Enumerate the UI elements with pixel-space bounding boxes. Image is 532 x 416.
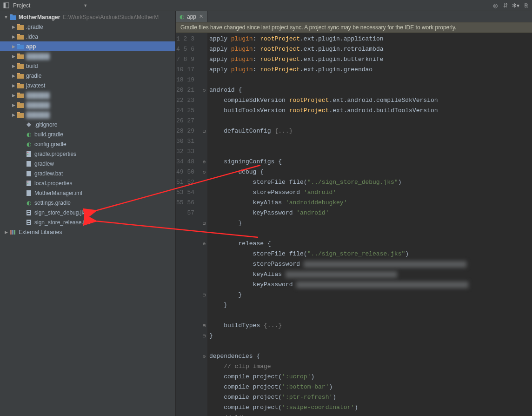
tree-item-gradlew.bat[interactable]: gradlew.bat (0, 168, 175, 178)
project-tree[interactable]: ▼ MotherManager E:\WorkSpace\AndroidStud… (0, 11, 175, 237)
gradle-icon: ◐ (25, 131, 33, 138)
tree-item-blurred4[interactable]: ▶██████ (0, 110, 175, 120)
chevron-right-icon[interactable]: ▶ (10, 103, 17, 107)
tree-item-.gitignore[interactable]: .gitignore (0, 120, 175, 129)
svg-rect-27 (27, 154, 28, 155)
gear-icon[interactable]: ✻▾ (512, 2, 519, 9)
tree-item-config.gradle[interactable]: ◐config.gradle (0, 139, 175, 149)
file-icon (25, 189, 33, 197)
properties-file-icon (25, 180, 33, 187)
locate-icon[interactable]: ◎ (492, 2, 499, 9)
folder-icon (17, 53, 24, 60)
tree-item-blurred2[interactable]: ▶██████ (0, 90, 175, 100)
svg-rect-9 (17, 45, 24, 49)
tree-item-label: sign_store_release.jks (34, 219, 90, 226)
tab-app[interactable]: ◐ app ✕ (176, 11, 207, 22)
svg-marker-24 (27, 122, 31, 127)
tree-item-javatest[interactable]: ▶javatest (0, 81, 175, 90)
jks-file-icon (25, 209, 33, 216)
svg-rect-11 (17, 54, 24, 59)
tree-item-build.gradle[interactable]: ◐build.gradle (0, 129, 175, 139)
external-libraries[interactable]: ▶ External Libraries (0, 227, 175, 237)
tree-item-build[interactable]: ▶build (0, 61, 175, 71)
svg-rect-3 (10, 15, 16, 20)
tab-label: app (187, 13, 196, 20)
file-icon (25, 170, 33, 177)
collapse-all-icon[interactable]: ⇵ (502, 2, 509, 9)
svg-rect-23 (17, 113, 24, 118)
external-libraries-label: External Libraries (19, 229, 62, 235)
chevron-right-icon[interactable]: ▶ (3, 230, 9, 235)
chevron-right-icon[interactable]: ▶ (10, 54, 17, 59)
editor-panel: ◐ app ✕ Gradle files have changed since … (176, 11, 532, 416)
tree-item-label: app (26, 43, 36, 50)
tree-item-gradlew[interactable]: gradlew (0, 159, 175, 168)
tree-item-blurred3[interactable]: ▶██████ (0, 100, 175, 110)
hide-icon[interactable]: ⎘ (523, 2, 529, 9)
tree-item-label: gradlew.bat (34, 170, 63, 177)
svg-rect-40 (10, 230, 12, 235)
chevron-right-icon[interactable]: ▶ (10, 93, 17, 98)
chevron-down-icon[interactable]: ▼ (3, 15, 9, 20)
tree-item-label: MotherManager.iml (34, 190, 82, 196)
chevron-right-icon[interactable]: ▶ (10, 64, 17, 68)
tree-item-gradle[interactable]: ▶gradle (0, 71, 175, 81)
project-root[interactable]: ▼ MotherManager E:\WorkSpace\AndroidStud… (0, 12, 175, 22)
tree-item-label: local.properties (34, 180, 72, 187)
folder-icon (17, 111, 24, 119)
folder-icon (17, 82, 24, 89)
tree-item-.gradle[interactable]: ▶.gradle (0, 22, 175, 32)
chevron-right-icon[interactable]: ▶ (10, 25, 17, 29)
svg-rect-21 (17, 103, 24, 108)
tree-item-label: build (26, 63, 38, 69)
close-icon[interactable]: ✕ (199, 13, 203, 20)
tree-item-label: gradle.properties (34, 151, 76, 157)
tree-item-app[interactable]: ▶app (0, 41, 175, 51)
tree-item-label: ██████ (26, 92, 50, 99)
svg-rect-1 (4, 3, 6, 8)
tree-item-sign_store_release.jks[interactable]: sign_store_release.jks (0, 217, 175, 227)
gradle-sync-banner[interactable]: Gradle files have changed since last pro… (176, 22, 532, 33)
chevron-down-icon[interactable]: ▼ (83, 3, 87, 8)
tree-item-label: ██████ (26, 102, 50, 108)
svg-rect-34 (27, 210, 31, 215)
folder-icon (17, 23, 24, 31)
fold-gutter[interactable]: ⊖⊞⊖⊖⊟⊖⊟⊞⊟⊖ (201, 33, 207, 416)
line-number-gutter: 1 2 3 4 5 6 7 8 9 10 17 18 19 20 21 22 2… (176, 33, 201, 416)
folder-icon (17, 92, 24, 99)
chevron-right-icon[interactable]: ▶ (10, 34, 17, 39)
folder-icon (17, 72, 24, 80)
tree-item-label: config.gradle (34, 141, 66, 148)
project-root-name: MotherManager (19, 14, 60, 20)
chevron-right-icon[interactable]: ▶ (10, 74, 17, 78)
git-file-icon (25, 121, 33, 128)
project-view-icon[interactable] (3, 2, 9, 9)
tree-item-blurred1[interactable]: ▶██████ (0, 51, 175, 61)
project-toolbar: Project ▼ ◎ ⇵ ✻▾ ⎘ (0, 0, 532, 11)
tree-item-label: settings.gradle (34, 200, 71, 206)
svg-rect-19 (17, 94, 24, 98)
tree-item-label: .gradle (26, 24, 43, 30)
svg-rect-33 (27, 190, 31, 196)
chevron-right-icon[interactable]: ▶ (10, 83, 17, 88)
folder-icon (17, 62, 24, 70)
tree-item-settings.gradle[interactable]: ◐settings.gradle (0, 198, 175, 208)
tree-item-sign_store_debug.jks[interactable]: sign_store_debug.jks (0, 208, 175, 217)
project-view-label[interactable]: Project (13, 2, 30, 9)
svg-rect-42 (14, 230, 15, 235)
tree-item-label: gradlew (34, 161, 54, 167)
tree-item-.idea[interactable]: ▶.idea (0, 32, 175, 41)
svg-rect-13 (17, 64, 24, 69)
svg-rect-5 (17, 25, 24, 30)
chevron-right-icon[interactable]: ▶ (10, 44, 17, 49)
tree-item-label: ██████ (26, 53, 50, 60)
tree-item-gradle.properties[interactable]: gradle.properties (0, 149, 175, 159)
file-icon (25, 160, 33, 168)
editor-tabs: ◐ app ✕ (176, 11, 532, 22)
tree-item-MotherManager.iml[interactable]: MotherManager.iml (0, 188, 175, 198)
svg-rect-31 (27, 181, 28, 182)
svg-rect-38 (27, 221, 30, 222)
code-content[interactable]: apply plugin: rootProject.ext.plugin.app… (207, 33, 532, 416)
tree-item-local.properties[interactable]: local.properties (0, 178, 175, 188)
chevron-right-icon[interactable]: ▶ (10, 113, 17, 117)
